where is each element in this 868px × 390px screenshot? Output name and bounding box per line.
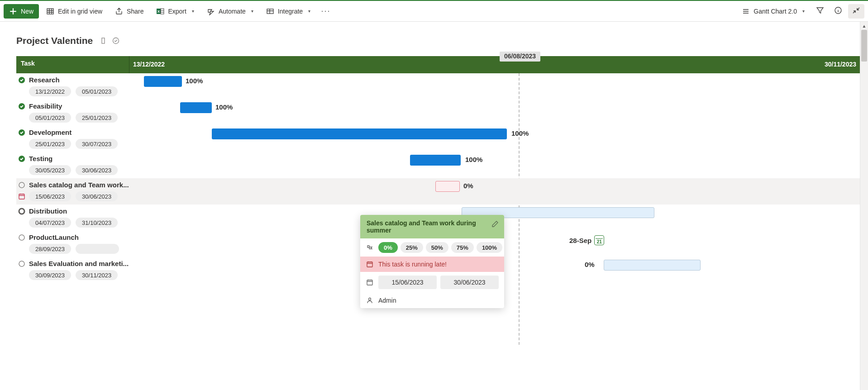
chevron-down-icon: ▾ [192, 9, 194, 14]
share-icon [115, 7, 123, 15]
svg-rect-4 [267, 9, 273, 14]
chevron-down-icon: ▾ [802, 9, 805, 14]
export-label: Export [168, 8, 186, 15]
share-label: Share [127, 8, 143, 15]
view-switcher[interactable]: Gantt Chart 2.0 ▾ [736, 4, 810, 19]
integrate-button[interactable]: Integrate ▾ [261, 4, 316, 19]
svg-rect-0 [47, 9, 53, 14]
export-button[interactable]: X Export ▾ [151, 4, 199, 19]
info-button[interactable] [830, 4, 846, 19]
edit-grid-label: Edit in grid view [58, 8, 102, 15]
plus-icon [9, 7, 17, 15]
new-label: New [21, 8, 33, 15]
list-icon [742, 7, 750, 15]
edit-grid-button[interactable]: Edit in grid view [41, 4, 108, 19]
filter-button[interactable] [812, 4, 828, 19]
info-icon [834, 6, 842, 16]
svg-text:X: X [157, 10, 160, 14]
excel-icon: X [156, 7, 164, 15]
integrate-icon [266, 7, 274, 15]
overflow-button[interactable]: ··· [318, 4, 334, 19]
share-button[interactable]: Share [110, 4, 149, 19]
toolbar: New Edit in grid view Share X Export ▾ A… [0, 0, 868, 22]
view-name: Gantt Chart 2.0 [754, 8, 797, 15]
filter-icon [816, 6, 824, 16]
svg-rect-3 [161, 9, 164, 14]
automate-button[interactable]: Automate ▾ [201, 4, 259, 19]
integrate-label: Integrate [278, 8, 303, 15]
new-button[interactable]: New [4, 4, 39, 19]
chevron-down-icon: ▾ [308, 9, 310, 14]
automate-label: Automate [219, 8, 246, 15]
collapse-icon [852, 6, 860, 16]
flow-icon [207, 7, 215, 15]
grid-icon [46, 7, 54, 15]
collapse-button[interactable] [848, 4, 864, 19]
ellipsis-icon: ··· [321, 6, 331, 16]
chevron-down-icon: ▾ [251, 9, 253, 14]
